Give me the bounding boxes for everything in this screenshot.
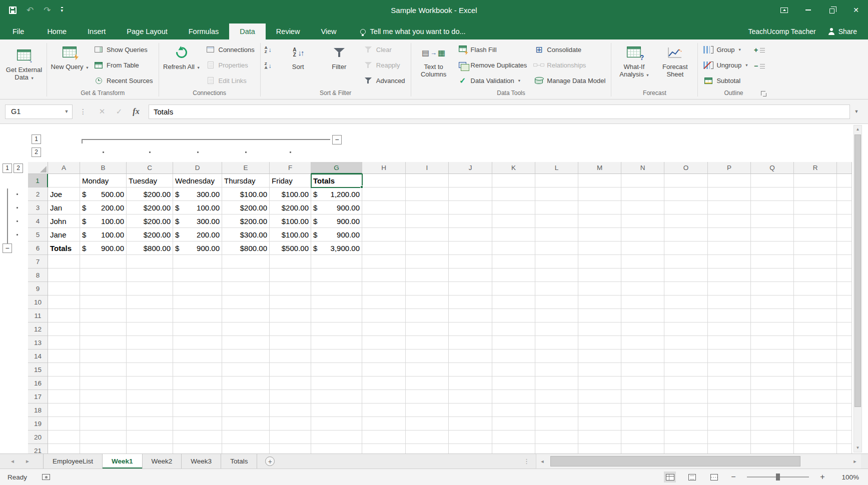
show-queries-button[interactable]: Show Queries bbox=[91, 43, 156, 56]
column-header-G[interactable]: G bbox=[311, 162, 362, 174]
remove-duplicates-button[interactable]: Remove Duplicates bbox=[455, 58, 530, 72]
cell-D14[interactable] bbox=[173, 350, 222, 363]
cell-F16[interactable] bbox=[270, 376, 311, 390]
row-header-8[interactable]: 8 bbox=[28, 268, 48, 282]
cell-M12[interactable] bbox=[578, 322, 621, 336]
sort-descending-button[interactable]: ZA↓ bbox=[264, 60, 277, 72]
cell-H16[interactable] bbox=[362, 376, 406, 390]
tab-view[interactable]: View bbox=[310, 24, 347, 40]
column-outline-level-2-button[interactable]: 2 bbox=[32, 148, 41, 157]
refresh-all-button[interactable]: Refresh All ▾ bbox=[162, 42, 201, 72]
cell-R10[interactable] bbox=[794, 296, 837, 309]
cell-B6[interactable]: $900.00 bbox=[80, 242, 127, 255]
cell-B21[interactable] bbox=[80, 444, 127, 454]
cell-E11[interactable] bbox=[222, 309, 270, 322]
column-header-F[interactable]: F bbox=[270, 162, 311, 174]
cell-N9[interactable] bbox=[621, 282, 664, 296]
cell-J17[interactable] bbox=[449, 390, 492, 404]
cell-H1[interactable] bbox=[362, 174, 406, 188]
cell-O18[interactable] bbox=[664, 404, 708, 417]
row-header-9[interactable]: 9 bbox=[28, 282, 48, 296]
cell-H5[interactable] bbox=[362, 228, 406, 242]
scroll-left-button[interactable]: ◄ bbox=[536, 459, 548, 464]
cell-D20[interactable] bbox=[173, 430, 222, 444]
cell-A12[interactable] bbox=[48, 322, 80, 336]
cell-F10[interactable] bbox=[270, 296, 311, 309]
cell-G4[interactable]: $900.00 bbox=[311, 214, 362, 228]
cell-E7[interactable] bbox=[222, 255, 270, 268]
cell-I15[interactable] bbox=[406, 363, 449, 376]
reapply-filter-button[interactable]: Reapply bbox=[361, 58, 408, 72]
recent-sources-button[interactable]: Recent Sources bbox=[91, 74, 156, 87]
cell-P2[interactable] bbox=[708, 188, 751, 201]
cell-C20[interactable] bbox=[127, 430, 173, 444]
minimize-button[interactable] bbox=[796, 0, 820, 20]
cell-E4[interactable]: $200.00 bbox=[222, 214, 270, 228]
cell-O3[interactable] bbox=[664, 201, 708, 214]
row-header-20[interactable]: 20 bbox=[28, 430, 48, 444]
cell-E2[interactable]: $100.00 bbox=[222, 188, 270, 201]
cell-L11[interactable] bbox=[535, 309, 578, 322]
fill-handle[interactable] bbox=[360, 186, 363, 188]
cell-K2[interactable] bbox=[492, 188, 535, 201]
sheet-tab-week2[interactable]: Week2 bbox=[143, 454, 182, 468]
cell-C14[interactable] bbox=[127, 350, 173, 363]
row-header-18[interactable]: 18 bbox=[28, 404, 48, 417]
cell-F20[interactable] bbox=[270, 430, 311, 444]
cell-M11[interactable] bbox=[578, 309, 621, 322]
cell-D7[interactable] bbox=[173, 255, 222, 268]
cell-A11[interactable] bbox=[48, 309, 80, 322]
cell-J12[interactable] bbox=[449, 322, 492, 336]
cell-E21[interactable] bbox=[222, 444, 270, 454]
filter-button[interactable]: Filter bbox=[320, 42, 359, 70]
cell-R5[interactable] bbox=[794, 228, 837, 242]
cell-B9[interactable] bbox=[80, 282, 127, 296]
cell-Q4[interactable] bbox=[751, 214, 794, 228]
cell-E20[interactable] bbox=[222, 430, 270, 444]
forecast-sheet-button[interactable]: Forecast Sheet bbox=[655, 42, 694, 78]
new-query-button[interactable]: New Query ▾ bbox=[50, 42, 89, 72]
cell-N10[interactable] bbox=[621, 296, 664, 309]
cell-M17[interactable] bbox=[578, 390, 621, 404]
cell-O7[interactable] bbox=[664, 255, 708, 268]
cell-I10[interactable] bbox=[406, 296, 449, 309]
cell-G6[interactable]: $3,900.00 bbox=[311, 242, 362, 255]
group-button[interactable]: Group▾ bbox=[701, 43, 750, 56]
flash-fill-button[interactable]: Flash Fill bbox=[455, 43, 530, 56]
cell-O14[interactable] bbox=[664, 350, 708, 363]
cell-L7[interactable] bbox=[535, 255, 578, 268]
cell-Q15[interactable] bbox=[751, 363, 794, 376]
cell-E3[interactable]: $200.00 bbox=[222, 201, 270, 214]
cell-H19[interactable] bbox=[362, 417, 406, 430]
cell-F13[interactable] bbox=[270, 336, 311, 350]
column-header-A[interactable]: A bbox=[48, 162, 80, 174]
cell-J16[interactable] bbox=[449, 376, 492, 390]
cell-B14[interactable] bbox=[80, 350, 127, 363]
cell-R16[interactable] bbox=[794, 376, 837, 390]
cell-E8[interactable] bbox=[222, 268, 270, 282]
zoom-slider-thumb[interactable] bbox=[776, 474, 780, 480]
cell-B2[interactable]: $500.00 bbox=[80, 188, 127, 201]
cell-H20[interactable] bbox=[362, 430, 406, 444]
column-outline-level-1-button[interactable]: 1 bbox=[32, 134, 41, 144]
cell-O4[interactable] bbox=[664, 214, 708, 228]
row-header-14[interactable]: 14 bbox=[28, 350, 48, 363]
formula-bar-expand-button[interactable]: ▼ bbox=[850, 109, 863, 114]
share-button[interactable]: Share bbox=[828, 24, 868, 40]
cell-L5[interactable] bbox=[535, 228, 578, 242]
cell-Q19[interactable] bbox=[751, 417, 794, 430]
cell-E1[interactable]: Thursday bbox=[222, 174, 270, 188]
cell-N14[interactable] bbox=[621, 350, 664, 363]
cell-D3[interactable]: $100.00 bbox=[173, 201, 222, 214]
cell-O16[interactable] bbox=[664, 376, 708, 390]
cell-F19[interactable] bbox=[270, 417, 311, 430]
row-header-11[interactable]: 11 bbox=[28, 309, 48, 322]
cell-A5[interactable]: Jane bbox=[48, 228, 80, 242]
cell-N16[interactable] bbox=[621, 376, 664, 390]
cell-H15[interactable] bbox=[362, 363, 406, 376]
sort-ascending-button[interactable]: AZ↓ bbox=[264, 44, 277, 56]
cell-R1[interactable] bbox=[794, 174, 837, 188]
insert-function-button[interactable]: fx bbox=[128, 107, 145, 116]
save-button[interactable] bbox=[9, 6, 17, 14]
cell-C19[interactable] bbox=[127, 417, 173, 430]
